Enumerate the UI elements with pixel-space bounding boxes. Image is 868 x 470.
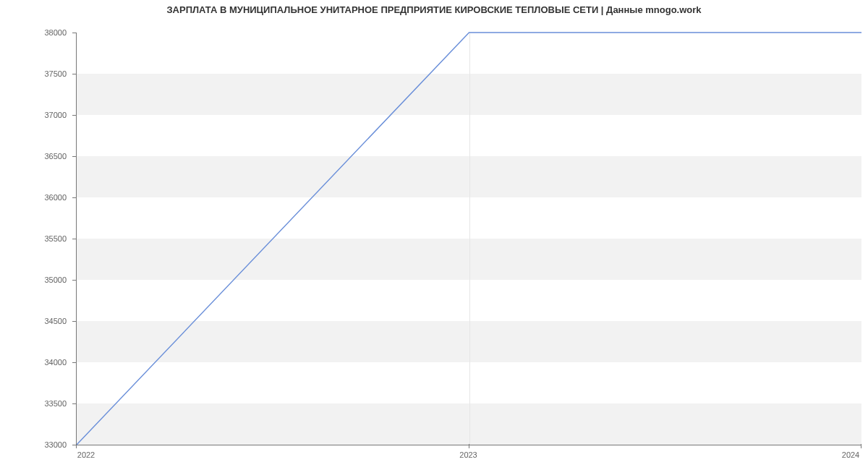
chart-container: ЗАРПЛАТА В МУНИЦИПАЛЬНОЕ УНИТАРНОЕ ПРЕДП… xyxy=(0,0,868,470)
series-polyline xyxy=(77,33,861,445)
y-tick-label: 34000 xyxy=(44,358,67,367)
y-tick-label: 34500 xyxy=(44,317,67,325)
y-tick-label: 35500 xyxy=(44,234,67,243)
x-tick-mark xyxy=(861,444,861,448)
chart-title: ЗАРПЛАТА В МУНИЦИПАЛЬНОЕ УНИТАРНОЕ ПРЕДП… xyxy=(0,4,868,15)
y-tick-label: 38000 xyxy=(44,28,67,37)
y-tick-label: 35000 xyxy=(44,275,67,284)
y-tick-label: 36500 xyxy=(44,152,67,161)
line-series xyxy=(77,33,861,445)
y-axis: 3300033500340003450035000355003600036500… xyxy=(0,33,72,445)
x-tick-mark xyxy=(469,444,469,448)
x-tick-label: 2024 xyxy=(842,450,859,459)
x-tick-label: 2023 xyxy=(459,450,477,459)
x-axis: 202220232024 xyxy=(76,445,861,466)
y-tick-label: 37000 xyxy=(44,111,67,119)
y-tick-label: 36000 xyxy=(44,193,67,202)
x-tick-mark xyxy=(76,444,77,448)
x-tick-label: 2022 xyxy=(77,450,95,459)
plot-area xyxy=(76,33,861,445)
y-tick-label: 37500 xyxy=(44,69,67,78)
y-tick-label: 33000 xyxy=(44,440,67,449)
y-tick-label: 33500 xyxy=(44,399,67,408)
